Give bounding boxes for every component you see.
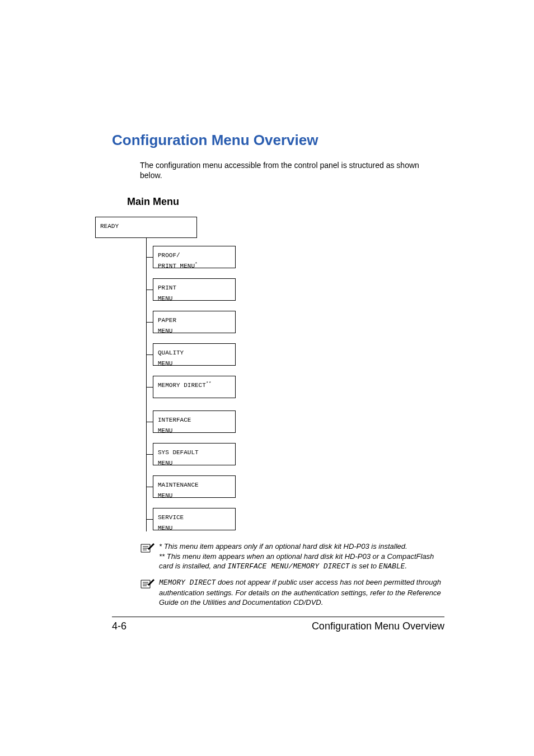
menu-item: SERVICE MENU — [153, 508, 236, 530]
note-mono: MEMORY DIRECT — [159, 578, 216, 587]
page-number: 4-6 — [112, 620, 127, 632]
intro-text: The configuration menu accessible from t… — [140, 160, 422, 180]
menu-item: INTERFACE MENU — [153, 410, 236, 433]
note-icon — [140, 542, 154, 554]
page-footer: 4-6 Configuration Menu Overview — [112, 620, 444, 632]
menu-item: QUALITY MENU — [153, 343, 236, 366]
note-icon — [140, 578, 154, 590]
menu-item: PRINT MENU — [153, 278, 236, 301]
note-1: * This menu item appears only if an opti… — [140, 542, 444, 572]
menu-tree-diagram: READY PROOF/ PRINT MENU* PRINT MENU PAPE… — [95, 217, 330, 542]
main-menu-heading: Main Menu — [127, 196, 422, 208]
menu-item: SYS DEFAULT MENU — [153, 443, 236, 465]
footer-rule — [112, 617, 444, 617]
ready-box: READY — [95, 217, 197, 238]
note-2: MEMORY DIRECT does not appear if public … — [140, 577, 444, 608]
note-text: * This menu item appears only if an opti… — [159, 542, 407, 550]
menu-item: MEMORY DIRECT** — [153, 376, 236, 398]
menu-item: PAPER MENU — [153, 311, 236, 333]
note-mono: INTERFACE MENU/MEMORY DIRECT — [227, 562, 349, 571]
page-title: Configuration Menu Overview — [112, 132, 422, 149]
footer-section-title: Configuration Menu Overview — [312, 620, 444, 632]
menu-item: MAINTENANCE MENU — [153, 475, 236, 498]
menu-item: PROOF/ PRINT MENU* — [153, 246, 236, 268]
